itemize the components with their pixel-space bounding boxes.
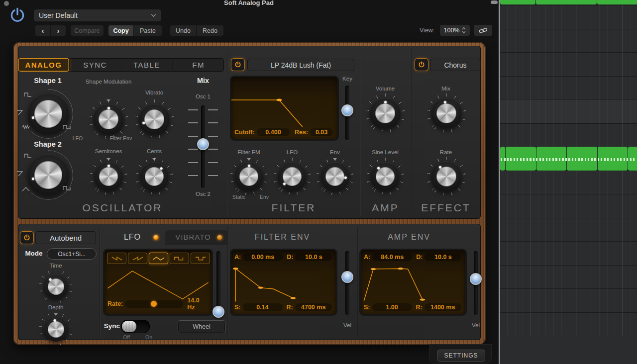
vibrato-led [217, 235, 222, 240]
autobend-time-knob[interactable] [43, 274, 68, 299]
autobend-power-button[interactable] [20, 231, 34, 244]
filter-fm-knob[interactable] [234, 162, 263, 191]
lfo-depth-slider[interactable] [212, 251, 224, 315]
sync-toggle-knob[interactable] [122, 321, 136, 332]
semitones-knob[interactable] [94, 162, 123, 191]
sustain-value[interactable]: 1.00 [372, 303, 412, 311]
filter-env-display[interactable]: A: 0.00 ms D: 10.0 s S: 0.14 R: 4700 ms [230, 249, 337, 316]
semitones-label: Semitones [89, 148, 128, 154]
wave-saw-up-button[interactable] [128, 253, 147, 264]
volume-label: Volume [364, 86, 407, 91]
midi-region-row-top[interactable] [500, 0, 637, 4]
lfo-rate-value[interactable]: 14.0 Hz [187, 297, 209, 311]
power-icon [23, 234, 31, 242]
lfo-rate-slider-handle[interactable] [151, 301, 157, 307]
attack-value[interactable]: 84.0 ms [372, 253, 412, 261]
window-divider[interactable] [499, 0, 500, 364]
filter-key-slider-handle[interactable] [341, 104, 353, 116]
selected-track-lane [500, 99, 637, 123]
view-zoom-stepper[interactable]: 100% [440, 25, 470, 36]
lfo-depth-slider-handle[interactable] [212, 306, 224, 318]
attack-value[interactable]: 0.00 ms [243, 253, 283, 261]
filter-fm-max-label: Env [255, 194, 273, 200]
cutoff-label: Cutoff: [234, 129, 255, 136]
filter-env-title: FILTER ENV [227, 233, 337, 242]
filter-key-slider[interactable] [341, 86, 353, 140]
decay-label: D: [416, 254, 423, 261]
filter-lfo-knob[interactable] [278, 162, 307, 191]
preset-dropdown[interactable]: User Default [34, 9, 161, 21]
filter-lfo-label: LFO [282, 149, 302, 155]
tab-vibrato[interactable]: VIBRATO [165, 230, 228, 245]
res-value[interactable]: 0.03 [310, 128, 333, 136]
filter-env-vel-slider[interactable] [341, 251, 353, 315]
wave-triangle-button[interactable] [149, 253, 168, 264]
tracks-area [499, 0, 637, 364]
compare-button[interactable]: Compare [71, 25, 104, 36]
osc-mix-slider[interactable] [197, 105, 209, 188]
window-control-dot[interactable] [4, 1, 9, 6]
filter-display[interactable]: Cutoff: 0.400 Res: 0.03 [230, 76, 339, 141]
filter-env-vel-label: Vel [337, 322, 357, 328]
lfo-rate-slider[interactable] [125, 300, 183, 308]
scrollbar-pill[interactable] [491, 0, 498, 4]
wheel-button[interactable]: Wheel [178, 320, 225, 333]
filter-env-section: FILTER ENV A: 0.00 ms D: 10.0 s S: 0.14 … [227, 224, 357, 340]
decay-value[interactable]: 10.0 s [295, 253, 332, 261]
filter-env-amount-knob[interactable] [320, 162, 349, 191]
osc-mix-slider-handle[interactable] [197, 138, 209, 150]
amp-env-vel-slider-handle[interactable] [470, 273, 482, 285]
amp-env-display[interactable]: A: 84.0 ms D: 10.0 s S: 1.00 R: 1400 ms [359, 249, 467, 316]
effect-type-dropdown[interactable]: Chorus [430, 59, 481, 71]
tab-table[interactable]: TABLE [121, 58, 173, 72]
cutoff-value[interactable]: 0.400 [257, 128, 290, 136]
filter-power-button[interactable] [231, 58, 245, 71]
lfo-display[interactable]: Rate: 14.0 Hz [103, 249, 213, 316]
cents-knob[interactable] [140, 162, 169, 191]
sustain-value[interactable]: 0.14 [243, 303, 283, 311]
tab-fm[interactable]: FM [173, 58, 224, 72]
filter-env-vel-slider-handle[interactable] [341, 271, 353, 283]
wave-pulse-button[interactable] [191, 253, 210, 264]
vibrato-knob[interactable] [139, 104, 170, 135]
square-wave-icon [24, 92, 32, 97]
res-label: Res: [295, 129, 308, 136]
sustain-label: S: [234, 304, 241, 311]
tab-analog[interactable]: ANALOG [18, 58, 70, 72]
wave-saw-down-button[interactable] [107, 253, 126, 264]
settings-button[interactable]: SETTINGS [437, 350, 485, 362]
release-value[interactable]: 4700 ms [295, 303, 332, 311]
link-button[interactable] [474, 25, 492, 36]
paste-button[interactable]: Paste [134, 25, 162, 36]
copy-button[interactable]: Copy [108, 25, 133, 36]
preset-next-button[interactable]: › [51, 25, 66, 36]
undo-button[interactable]: Undo [170, 25, 196, 36]
tab-sync[interactable]: SYNC [70, 58, 121, 72]
sync-toggle[interactable] [121, 320, 150, 333]
filter-section-title: FILTER [227, 202, 360, 214]
sine-level-knob[interactable] [371, 162, 400, 191]
autobend-mode-dropdown[interactable]: Osc1+Si... [47, 248, 97, 260]
redo-button[interactable]: Redo [197, 25, 223, 36]
effect-rate-label: Rate [426, 149, 466, 155]
chevron-down-icon [151, 13, 156, 17]
preset-prev-button[interactable]: ‹ [35, 25, 51, 36]
filter-type-dropdown[interactable]: LP 24dB Lush (Fat) [247, 59, 354, 71]
amp-section: Volume Sine Level AMP [360, 46, 411, 219]
effect-rate-knob[interactable] [431, 161, 462, 192]
effect-power-button[interactable] [415, 58, 428, 71]
release-value[interactable]: 1400 ms [425, 303, 461, 311]
wave-square-button[interactable] [170, 253, 189, 264]
volume-knob[interactable] [370, 98, 401, 129]
shape-modulation-knob[interactable] [93, 104, 124, 135]
sync-off-label: Off [123, 334, 130, 340]
noise-wave-icon [22, 124, 31, 129]
tab-lfo[interactable]: LFO [117, 233, 147, 242]
filter-curve [231, 77, 337, 127]
effect-mix-knob[interactable] [431, 98, 462, 129]
plugin-power-button[interactable] [8, 6, 27, 25]
autobend-button[interactable]: Autobend [35, 231, 96, 244]
autobend-depth-knob[interactable] [43, 317, 68, 342]
amp-env-vel-slider[interactable] [470, 251, 482, 315]
decay-value[interactable]: 10.0 s [425, 253, 461, 261]
